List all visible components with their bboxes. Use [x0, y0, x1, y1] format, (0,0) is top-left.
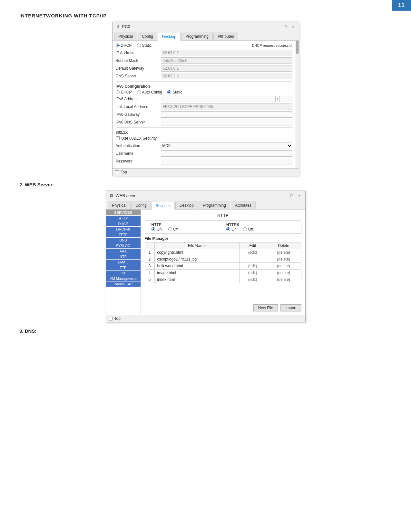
ws-tab-desktop[interactable]: Desktop: [175, 202, 198, 209]
close-button[interactable]: ×: [290, 24, 296, 29]
ws-tab-services[interactable]: Services: [152, 202, 175, 210]
ipv6-radio-row: DHCP Auto Config Static: [116, 90, 292, 94]
http-off-radio[interactable]: Off: [168, 227, 179, 232]
auth-select[interactable]: MD5: [161, 143, 292, 149]
minimize-button[interactable]: —: [273, 24, 280, 29]
row-delete[interactable]: (delete): [266, 270, 301, 276]
row-edit[interactable]: (edit): [239, 276, 266, 283]
row-num: 5: [145, 276, 154, 283]
https-on-off-row: On Off: [226, 227, 295, 232]
pc0-title: 🖥 PC0: [116, 24, 130, 29]
top-checkbox[interactable]: [115, 170, 119, 174]
ipv6-dhcp-radio[interactable]: DHCP: [116, 90, 132, 94]
service-http[interactable]: HTTP: [106, 216, 141, 221]
service-aaa[interactable]: AAA: [106, 249, 141, 254]
service-dhcpv6[interactable]: DHCPv6: [106, 227, 141, 232]
ip-address-label: IP Address: [116, 51, 161, 55]
service-syslog[interactable]: SYSLOG: [106, 243, 141, 248]
pc0-controls[interactable]: — □ ×: [273, 24, 295, 29]
dhcp-status: DHCP request successful: [252, 44, 292, 47]
auth-row: Authentication MD5: [116, 143, 292, 149]
pc0-scrollbar[interactable]: [296, 41, 299, 168]
webserver-bottom-bar: Top: [106, 315, 305, 322]
http-toggle-box: HTTP On Off: [145, 220, 301, 234]
ipv6-gateway-input[interactable]: [161, 111, 292, 118]
row-filename: helloworld.html: [154, 263, 239, 270]
webserver-controls[interactable]: — □ ×: [280, 193, 302, 198]
https-off-radio[interactable]: Off: [243, 227, 253, 232]
service-radius[interactable]: Radius EAP: [106, 281, 141, 287]
ipv6-static-radio[interactable]: Static: [167, 90, 182, 94]
ws-maximize-button[interactable]: □: [289, 193, 294, 198]
ws-tab-programming[interactable]: Programming: [199, 202, 230, 209]
ws-close-button[interactable]: ×: [297, 193, 302, 198]
ipv6-auto-radio[interactable]: Auto Config: [137, 90, 162, 94]
row-filename: copyrights.html: [154, 249, 239, 256]
ipv6-address-label: IPv6 Address: [116, 97, 161, 101]
ip-address-input[interactable]: [161, 50, 292, 56]
dhcp-radio[interactable]: DHCP: [116, 43, 132, 48]
service-ntp[interactable]: NTP: [106, 254, 141, 259]
use-security-label: Use 802.1X Security: [122, 136, 157, 141]
password-input[interactable]: [161, 158, 292, 164]
https-on-radio[interactable]: On: [226, 227, 237, 232]
service-dns[interactable]: DNS: [106, 238, 141, 243]
username-row: Username: [116, 150, 292, 157]
link-local-label: Link Local Address: [116, 104, 161, 109]
subnet-mask-label: Subnet Mask: [116, 58, 161, 63]
dns-server-input[interactable]: [161, 73, 292, 79]
ipv6-dns-input[interactable]: [161, 119, 292, 125]
link-local-input[interactable]: [161, 103, 292, 110]
https-off-circle: [243, 227, 247, 231]
subnet-mask-input[interactable]: [161, 57, 292, 64]
gateway-input[interactable]: [161, 65, 292, 72]
ipv6-input-group: /: [161, 96, 292, 102]
webserver-titlebar: 🖥 WEB server — □ ×: [106, 191, 305, 200]
service-email[interactable]: EMAIL: [106, 260, 141, 265]
page-header: INTERNETWORKING WITH TCP/IP 11: [0, 0, 411, 22]
row-edit[interactable]: (edit): [239, 263, 266, 270]
static-radio[interactable]: Static: [137, 43, 152, 48]
security-checkbox[interactable]: [116, 136, 120, 140]
pc0-window: 🖥 PC0 — □ × Physical Config Desktop Prog…: [112, 22, 299, 176]
tab-config[interactable]: Config: [138, 33, 157, 40]
row-edit[interactable]: (edit): [239, 270, 266, 276]
ipv6-address-input[interactable]: [161, 96, 276, 102]
http-col-right: HTTPS On Off: [223, 222, 298, 232]
row-delete[interactable]: (delete): [266, 256, 301, 263]
http-label: HTTP: [152, 222, 220, 227]
tab-physical[interactable]: Physical: [114, 33, 137, 40]
http-on-radio[interactable]: On: [152, 227, 162, 232]
service-vm[interactable]: VM Management: [106, 276, 141, 281]
row-delete[interactable]: (delete): [266, 249, 301, 256]
pc0-tab-bar: Physical Config Desktop Programming Attr…: [113, 31, 299, 41]
ws-top-checkbox[interactable]: [109, 317, 113, 320]
service-tftp[interactable]: TFTP: [106, 232, 141, 237]
tab-attributes[interactable]: Attributes: [213, 33, 238, 40]
tab-programming[interactable]: Programming: [181, 33, 213, 40]
tab-desktop[interactable]: Desktop: [158, 33, 181, 41]
static-label: Static: [142, 43, 152, 48]
maximize-button[interactable]: □: [283, 24, 288, 29]
row-delete[interactable]: (delete): [266, 263, 301, 270]
ws-minimize-button[interactable]: —: [280, 193, 287, 198]
service-iot[interactable]: IoT: [106, 271, 141, 276]
row-edit[interactable]: (edit): [239, 249, 266, 256]
username-input[interactable]: [161, 150, 292, 157]
dhcp-label: DHCP: [121, 43, 132, 48]
ws-tab-physical[interactable]: Physical: [108, 202, 131, 209]
ipv6-dhcp-circle: [116, 90, 120, 94]
import-button[interactable]: Import: [280, 304, 301, 311]
ws-tab-config[interactable]: Config: [131, 202, 151, 209]
service-ftp[interactable]: FTP: [106, 265, 141, 270]
ws-tab-attributes[interactable]: Attributes: [231, 202, 256, 209]
subnet-mask-row: Subnet Mask: [116, 57, 292, 64]
ipv6-prefix-input[interactable]: [279, 96, 292, 102]
http-on-circle: [152, 227, 155, 231]
scroll-thumb[interactable]: [296, 41, 298, 54]
col-edit: Edit: [239, 242, 266, 249]
file-table: File Name Edit Delete 1 copyrights.html …: [145, 242, 301, 283]
row-delete[interactable]: (delete): [266, 276, 301, 283]
new-file-button[interactable]: New File: [253, 304, 278, 311]
service-dhcp[interactable]: DHCP: [106, 221, 141, 226]
